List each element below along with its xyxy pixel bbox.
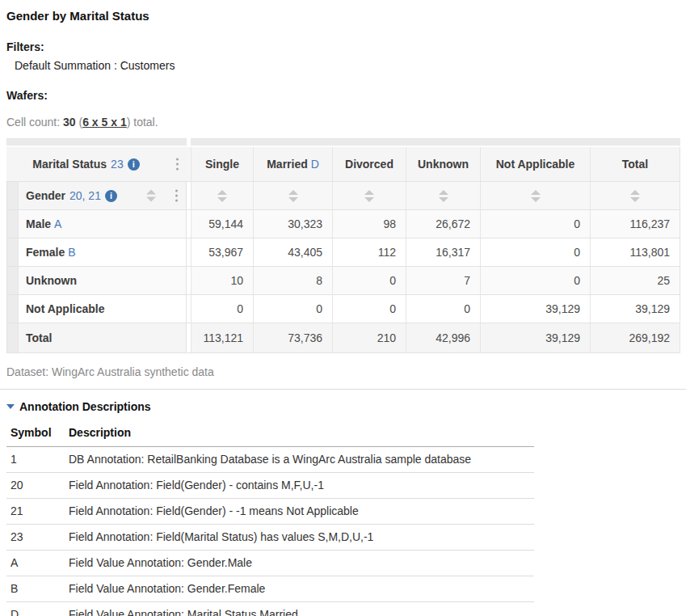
column-header-divorced: Divorced <box>332 147 406 182</box>
report-page: Gender by Marital Status Filters: Defaul… <box>0 0 686 616</box>
cell-count-suffix: ) total. <box>127 116 158 129</box>
column-label: Total <box>622 158 648 171</box>
sort-cell-married <box>253 182 332 210</box>
section-divider <box>0 389 686 390</box>
kebab-menu-icon[interactable] <box>175 157 180 172</box>
annotation-row-20: 20 Field Annotation: Field(Gender) - con… <box>6 473 534 499</box>
gender-annotation-ref: 20, 21 <box>69 189 101 202</box>
cell-value: 0 <box>332 295 406 323</box>
row-indent-cell <box>6 323 19 353</box>
annotation-row-D: D Field Value Annotation: Marital Status… <box>6 602 534 616</box>
sort-icon[interactable] <box>439 190 448 202</box>
annotation-row-B: B Field Value Annotation: Gender.Female <box>6 576 534 602</box>
column-header-total: Total <box>590 147 680 182</box>
sort-cell-not-applicable <box>480 182 590 210</box>
row-indent-cell <box>6 238 19 267</box>
row-label-not-applicable: Not Applicable <box>19 295 187 323</box>
annotation-header-row: Symbol Description <box>6 423 534 447</box>
marital-status-header-cell: Marital Status 23 i <box>6 147 187 182</box>
filter-value: Default Summation : Customers <box>6 59 686 72</box>
sort-icon[interactable] <box>364 190 374 202</box>
row-label-total: Total <box>19 323 187 353</box>
cell-value: 7 <box>406 267 480 295</box>
cell-value: 26,672 <box>406 210 480 238</box>
info-icon[interactable]: i <box>105 190 117 202</box>
sort-cell-unknown <box>406 182 480 210</box>
cell-value: 0 <box>253 295 332 323</box>
column-header-married: Married D <box>253 147 332 182</box>
row-indent-cell <box>6 182 19 210</box>
table-row-male: Male A 59,144 30,323 98 26,672 0 116,237 <box>6 210 680 238</box>
column-header-unknown: Unknown <box>406 147 480 182</box>
cell-value: 0 <box>332 267 406 295</box>
symbol-column-header: Symbol <box>6 423 65 447</box>
annotation-symbol: 20 <box>6 473 65 499</box>
table-row-total: Total 113,121 73,736 210 42,996 39,129 2… <box>6 323 680 353</box>
annotation-description: Field Value Annotation: Gender.Female <box>65 576 534 602</box>
column-label: Married <box>267 158 308 171</box>
sort-icon[interactable] <box>630 190 640 202</box>
kebab-menu-icon[interactable] <box>174 188 179 204</box>
gender-label: Gender <box>26 189 65 202</box>
annotation-description: Field Value Annotation: Gender.Male <box>65 551 534 576</box>
female-annotation-ref: B <box>68 246 75 259</box>
cell-value: 16,317 <box>406 238 480 267</box>
gender-dimension-row: Gender 20, 21 i <box>6 182 680 210</box>
sort-icon[interactable] <box>217 190 227 202</box>
row-label-male: Male A <box>19 210 187 238</box>
row-indent-cell <box>6 267 19 295</box>
column-label: Divorced <box>345 158 394 171</box>
cell-value: 59,144 <box>191 210 253 238</box>
annotation-row-1: 1 DB Annotation: RetailBanking Database … <box>6 447 534 473</box>
cell-value: 210 <box>332 323 406 353</box>
cell-value: 113,121 <box>191 323 253 353</box>
cell-value: 39,129 <box>480 323 590 353</box>
column-header-row: Marital Status 23 i Single Married D Div… <box>6 147 680 182</box>
sort-icon[interactable] <box>288 190 298 202</box>
collapse-triangle-icon <box>6 404 15 409</box>
annotation-description: DB Annotation: RetailBanking Database is… <box>65 447 534 473</box>
cell-value: 42,996 <box>406 323 480 353</box>
annotation-description: Field Annotation: Field(Gender) - -1 mea… <box>65 499 534 525</box>
row-label-text: Unknown <box>26 274 77 287</box>
top-strip-left <box>6 138 187 147</box>
row-label-text: Not Applicable <box>26 302 105 315</box>
row-label-unknown: Unknown <box>19 267 187 295</box>
top-strip-right <box>191 138 680 147</box>
cell-value: 113,801 <box>590 238 680 267</box>
column-label: Unknown <box>418 158 469 171</box>
filters-label: Filters: <box>6 40 686 53</box>
marital-status-label: Marital Status <box>32 158 107 171</box>
table-row-female: Female B 53,967 43,405 112 16,317 0 113,… <box>6 238 680 267</box>
cell-value: 73,736 <box>253 323 332 353</box>
cell-value: 0 <box>480 267 590 295</box>
dataset-note: Dataset: WingArc Australia synthetic dat… <box>6 365 686 378</box>
annotation-section-toggle[interactable]: Annotation Descriptions <box>6 400 686 413</box>
cell-count-open-paren: ( <box>76 116 83 129</box>
cell-dimensions-link[interactable]: 6 x 5 x 1 <box>82 116 127 129</box>
sort-cell-single <box>191 182 253 210</box>
table-row-not-applicable: Not Applicable 0 0 0 0 39,129 39,129 <box>6 295 680 323</box>
cell-count-prefix: Cell count: <box>6 116 63 129</box>
info-icon[interactable]: i <box>128 158 140 171</box>
cell-value: 39,129 <box>590 295 680 323</box>
annotation-section-title: Annotation Descriptions <box>19 400 151 413</box>
sort-cell-total <box>590 182 680 210</box>
sort-icon[interactable] <box>531 190 541 202</box>
annotation-symbol: 23 <box>6 525 65 551</box>
annotation-symbol: B <box>6 576 65 602</box>
cell-value: 0 <box>480 210 590 238</box>
row-indent-cell <box>6 295 19 323</box>
annotation-row-A: A Field Value Annotation: Gender.Male <box>6 551 534 576</box>
sort-icon[interactable] <box>146 190 156 202</box>
sort-cell-divorced <box>332 182 406 210</box>
row-indent-cell <box>6 210 19 238</box>
row-label-text: Total <box>26 331 52 344</box>
annotation-row-23: 23 Field Annotation: Field(Marital Statu… <box>6 525 534 551</box>
column-label: Single <box>205 158 239 171</box>
cell-value: 10 <box>191 267 253 295</box>
annotation-description: Field Annotation: Field(Gender) - contai… <box>65 473 534 499</box>
description-column-header: Description <box>65 423 534 447</box>
cell-count-value: 30 <box>63 116 76 129</box>
male-annotation-ref: A <box>54 217 61 230</box>
